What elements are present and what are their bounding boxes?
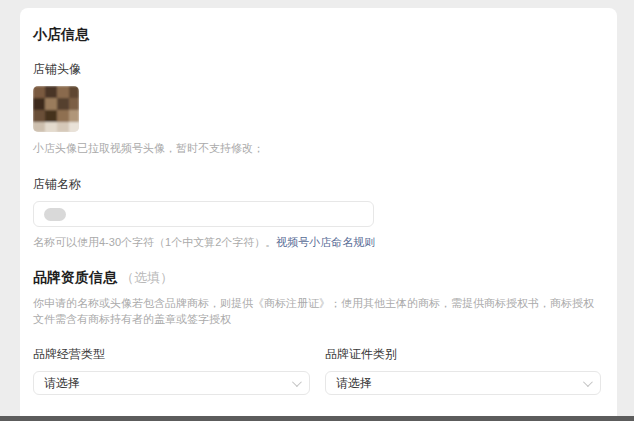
shop-settings-card: 小店信息 店铺头像 小店	[20, 8, 617, 421]
business-type-label: 品牌经营类型	[33, 346, 310, 363]
shop-name-label: 店铺名称	[33, 176, 601, 193]
avatar-mosaic	[33, 86, 79, 132]
brand-selects-row: 品牌经营类型 请选择 品牌证件类别 请选择	[33, 346, 601, 395]
brand-info-optional-tag: （选填）	[121, 270, 173, 285]
business-type-select[interactable]: 请选择	[33, 371, 310, 395]
shop-name-redacted-value	[44, 208, 66, 221]
shop-avatar-note: 小店头像已拉取视频号头像，暂时不支持修改；	[33, 141, 601, 156]
shop-avatar-image	[33, 86, 79, 132]
naming-rules-link[interactable]: 视频号小店命名规则	[276, 236, 375, 248]
shop-info-section-title: 小店信息	[33, 26, 601, 44]
brand-info-title-text: 品牌资质信息	[33, 269, 117, 285]
certificate-type-selected-value: 请选择	[336, 375, 372, 392]
shop-name-helper-text: 名称可以使用4-30个字符（1个中文算2个字符）。	[33, 236, 276, 248]
window-bottom-edge	[0, 416, 634, 421]
shop-name-input[interactable]	[33, 201, 374, 227]
shop-name-helper: 名称可以使用4-30个字符（1个中文算2个字符）。视频号小店命名规则	[33, 235, 601, 250]
brand-info-section-title: 品牌资质信息 （选填）	[33, 269, 601, 287]
certificate-type-label: 品牌证件类别	[325, 346, 601, 363]
certificate-type-field: 品牌证件类别 请选择	[325, 346, 601, 395]
certificate-type-select[interactable]: 请选择	[325, 371, 601, 395]
brand-info-description: 你申请的名称或头像若包含品牌商标，则提供《商标注册证》；使用其他主体的商标，需提…	[33, 296, 601, 327]
chevron-down-icon	[292, 377, 302, 387]
chevron-down-icon	[583, 377, 593, 387]
shop-avatar-label: 店铺头像	[33, 61, 601, 78]
business-type-selected-value: 请选择	[44, 375, 80, 392]
business-type-field: 品牌经营类型 请选择	[33, 346, 310, 395]
